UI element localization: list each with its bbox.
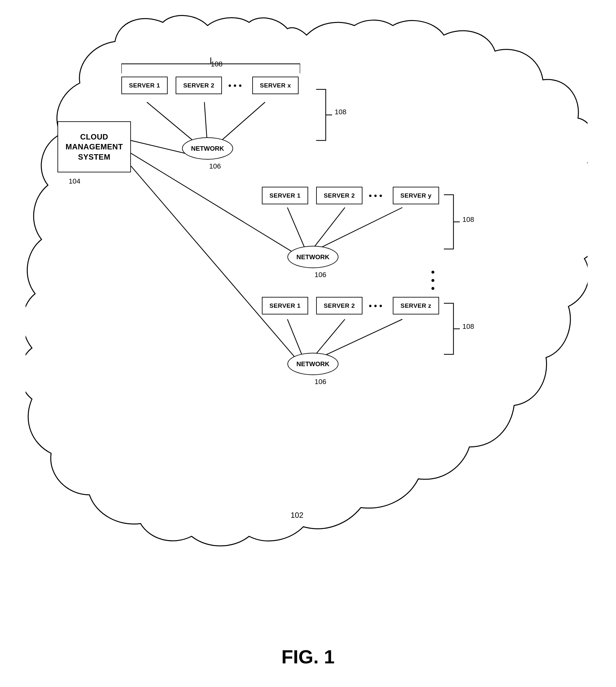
dots-top: • • • [228,81,242,91]
network-label-2: NETWORK [296,253,329,261]
network-ref-3: 106 [314,378,326,386]
brace-ref-bot: 108 [462,323,474,331]
server-2-mid: SERVER 2 [316,187,362,204]
cms-box: CLOUD MANAGEMENT SYSTEM [58,121,131,172]
dots-mid: • • • [369,191,382,201]
cms-ref: 104 [69,177,81,185]
brace-ref-top: 108 [335,108,347,116]
server-1-mid: SERVER 1 [262,187,308,204]
network-label-1: NETWORK [191,145,224,152]
cloud-ref: 102 [291,511,303,520]
server-z-bot: SERVER z [393,297,439,314]
network-ellipse-3: NETWORK [287,353,338,375]
network-ref-1: 106 [209,162,221,171]
network-ref-2: 106 [314,271,326,279]
server-2-bot: SERVER 2 [316,297,362,314]
cloud-shape [25,13,588,619]
network-label-3: NETWORK [296,360,329,368]
server-y-mid: SERVER y [393,187,439,204]
top-brace-svg [122,54,300,80]
dots-bot: • • • [369,301,382,311]
network-ellipse-2: NETWORK [287,246,338,268]
diagram-container: CLOUD MANAGEMENT SYSTEM 104 NETWORK 106 … [25,13,588,619]
figure-label: FIG. 1 [281,646,335,668]
cms-label: CLOUD MANAGEMENT SYSTEM [65,132,123,162]
server-1-bot: SERVER 1 [262,297,308,314]
vertical-dots: ••• [431,268,435,293]
brace-ref-mid: 108 [462,216,474,224]
network-ellipse-1: NETWORK [182,137,233,160]
